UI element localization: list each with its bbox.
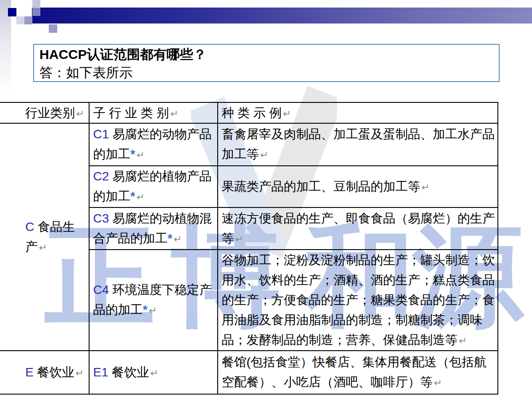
row-code: C4: [93, 283, 109, 297]
return-mark: ↵: [148, 305, 157, 316]
star-mark: *: [143, 303, 148, 317]
return-mark: ↵: [75, 108, 84, 119]
haccp-scope-table: 行业类别↵ 子 行 业 类 别↵ 种 类 示 例↵ C 食品生产↵ C1 易腐烂…: [0, 102, 498, 395]
star-mark: *: [130, 147, 135, 161]
decor-square: [32, 8, 40, 16]
header-sub-industry-category: 子 行 业 类 别↵: [90, 103, 218, 124]
return-mark: ↵: [282, 108, 291, 119]
return-mark: ↵: [135, 192, 145, 203]
group-cell-food-production: C 食品生产↵: [0, 124, 90, 351]
row-code: C2: [93, 169, 109, 183]
return-mark: ↵: [172, 234, 182, 245]
star-mark: *: [130, 189, 135, 203]
cell-examples-c4: 谷物加工；淀粉及淀粉制品的生产；罐头制造；饮用水、饮料的生产；酒精、酒的生产；糕…: [218, 250, 498, 351]
cell-sub-industry-c2: C2 易腐烂的植物产品的加工*↵: [90, 166, 218, 208]
question-title: HACCP认证范围都有哪些？: [39, 45, 493, 63]
return-mark: ↵: [169, 108, 178, 119]
decor-square: [49, 24, 57, 33]
decor-square: [16, 16, 24, 24]
return-mark: ↵: [234, 234, 243, 245]
header-industry-category: 行业类别↵: [0, 103, 90, 124]
cell-sub-industry-e1: E1 餐饮业↵: [90, 351, 218, 395]
question-box: HACCP认证范围都有哪些？ 答：如下表所示: [33, 44, 500, 82]
group-cell-catering: E 餐饮业↵: [0, 351, 90, 395]
cell-sub-industry-c1: C1 易腐烂的动物产品的加工*↵: [90, 124, 218, 166]
decor-square: [32, 0, 40, 8]
cell-examples-c2: 果蔬类产品的加工、豆制品的加工等↵: [218, 166, 498, 208]
return-mark: ↵: [135, 149, 145, 160]
cell-examples-c3: 速冻方便食品的生产、即食食品（易腐烂）的生产等↵: [218, 208, 498, 250]
return-mark: ↵: [433, 377, 442, 388]
return-mark: ↵: [420, 182, 430, 193]
return-mark: ↵: [149, 368, 158, 379]
row-code: C3: [93, 211, 109, 225]
star-mark: *: [168, 231, 172, 245]
decor-square: [24, 16, 32, 24]
group-code: E: [25, 365, 34, 379]
return-mark: ↵: [259, 149, 268, 160]
return-mark: ↵: [458, 335, 467, 346]
return-mark: ↵: [74, 368, 83, 379]
slide: 正 博 和 源 HACCP认证范围都有哪些？ 答：如下表所示 行业类别↵ 子 行…: [0, 0, 532, 399]
cell-sub-industry-c4: C4 环境温度下稳定产品的加工*↵: [90, 250, 218, 351]
header-type-examples: 种 类 示 例↵: [218, 103, 498, 124]
top-banner-bar: [32, 8, 532, 23]
cell-sub-industry-c3: C3 易腐烂的动植物混合产品的加工*↵: [90, 208, 218, 250]
cell-examples-e1: 餐馆(包括食堂）快餐店、集体用餐配送（包括航空配餐）、小吃店（酒吧、咖啡厅）等↵: [218, 351, 498, 395]
question-answer: 答：如下表所示: [39, 63, 493, 82]
row-code: C1: [93, 127, 109, 141]
group-code: C: [25, 220, 34, 234]
return-mark: ↵: [38, 242, 47, 253]
decor-square-navy: [8, 8, 16, 16]
cell-examples-c1: 畜禽屠宰及肉制品、加工蛋及蛋制品、加工水产品加工等↵: [218, 124, 498, 166]
row-code: E1: [93, 365, 108, 379]
